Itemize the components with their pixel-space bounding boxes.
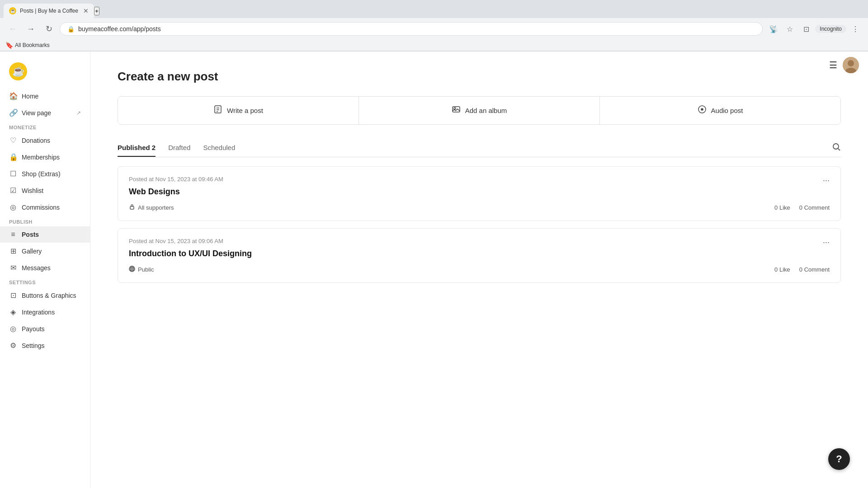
home-icon: 🏠 [9,92,17,100]
add-album-button[interactable]: Add an album [359,97,600,124]
post-stats-2: 0 Like 0 Comment [774,266,830,273]
post-comments-1: 0 Comment [799,204,830,211]
sidebar-label-commissions: Commissions [22,204,60,211]
post-card-2: ··· Posted at Nov 15, 2023 at 09:06 AM I… [118,228,841,283]
avatar-image [843,57,859,73]
post-more-menu-2[interactable]: ··· [819,236,833,249]
tab-scheduled[interactable]: Scheduled [203,139,235,157]
post-access-1: All supporters [129,204,174,211]
commissions-icon: ◎ [9,203,17,211]
sidebar-label-gallery: Gallery [22,248,42,255]
sidebar-item-home[interactable]: 🏠 Home [0,88,90,104]
url-text: buymeacoffee.com/app/posts [78,25,161,33]
sidebar-item-settings[interactable]: ⚙ Settings [0,337,90,354]
sidebar-label-settings: Settings [22,342,45,349]
payouts-icon: ◎ [9,324,17,333]
back-button[interactable]: ← [5,22,20,36]
tab-favicon: ☕ [9,7,16,14]
sidebar-item-donations[interactable]: ♡ Donations [0,132,90,149]
sidebar-item-memberships[interactable]: 🔒 Memberships [0,149,90,165]
address-bar[interactable]: 🔒 buymeacoffee.com/app/posts [60,22,763,36]
sidebar-item-messages[interactable]: ✉ Messages [0,259,90,276]
page-title: Create a new post [118,70,841,84]
tab-title: Posts | Buy Me a Coffee [20,8,80,14]
new-tab-button[interactable]: + [94,7,99,15]
sidebar-label-wishlist: Wishlist [22,187,43,194]
messages-icon: ✉ [9,263,17,272]
forward-button[interactable]: → [24,22,38,36]
browser-tabs: ☕ Posts | Buy Me a Coffee ✕ + [0,0,868,18]
tab-published[interactable]: Published 2 [118,139,156,157]
section-label-publish: PUBLISH [0,216,90,226]
post-footer-1: All supporters 0 Like 0 Comment [129,204,830,211]
svg-rect-13 [130,206,134,209]
tab-published-label: Published 2 [118,144,156,151]
more-menu-button[interactable]: ⋮ [848,22,863,36]
sidebar-item-buttons-graphics[interactable]: ⊡ Buttons & Graphics [0,287,90,304]
write-post-button[interactable]: Write a post [118,97,359,124]
tab-drafted[interactable]: Drafted [168,139,190,157]
sidebar-label-home: Home [22,93,38,100]
browser-chrome: ☕ Posts | Buy Me a Coffee ✕ + ← → ↻ 🔒 bu… [0,0,868,52]
post-meta-1: Posted at Nov 15, 2023 at 09:46 AM [129,176,830,183]
app-container: ☕ 🏠 Home 🔗 View page ↗ MONETIZE ♡ Donati… [0,52,868,488]
view-page-icon: 🔗 [9,108,17,117]
post-access-2: Public [129,266,154,273]
sidebar-item-gallery[interactable]: ⊞ Gallery [0,243,90,259]
sidebar: ☕ 🏠 Home 🔗 View page ↗ MONETIZE ♡ Donati… [0,52,90,488]
sidebar-label-shop-extras: Shop (Extras) [22,170,61,178]
svg-line-12 [838,149,840,150]
post-access-label-2: Public [138,266,154,273]
extensions-button[interactable]: ⊡ [799,22,813,36]
bookmarks-label[interactable]: All Bookmarks [15,42,50,48]
posts-icon: ≡ [9,230,17,239]
post-types-container: Write a post Add an album [118,96,841,125]
audio-post-button[interactable]: Audio post [600,97,840,124]
secure-icon: 🔒 [67,26,75,33]
sidebar-item-shop-extras[interactable]: ☐ Shop (Extras) [0,165,90,182]
sidebar-item-commissions[interactable]: ◎ Commissions [0,199,90,216]
post-likes-2: 0 Like [774,266,790,273]
add-album-icon [452,105,461,116]
buttons-graphics-icon: ⊡ [9,291,17,300]
memberships-icon: 🔒 [9,153,17,161]
bookmarks-bar: 🔖 All Bookmarks [0,40,868,51]
reload-button[interactable]: ↻ [42,22,56,36]
topbar: ☰ [820,52,868,79]
write-post-label: Write a post [227,107,263,114]
post-comments-2: 0 Comment [799,266,830,273]
sidebar-label-memberships: Memberships [22,154,60,161]
sidebar-label-payouts: Payouts [22,325,45,333]
active-tab[interactable]: ☕ Posts | Buy Me a Coffee ✕ [4,4,94,18]
menu-icon[interactable]: ☰ [829,60,837,70]
audio-post-icon [698,105,707,116]
sidebar-item-wishlist[interactable]: ☑ Wishlist [0,182,90,199]
tab-drafted-label: Drafted [168,144,190,151]
close-tab-button[interactable]: ✕ [83,7,89,14]
sidebar-label-view-page: View page [22,109,51,117]
globe-icon [129,266,135,273]
search-icon[interactable] [832,142,841,154]
logo-icon: ☕ [9,62,27,80]
sidebar-item-posts[interactable]: ≡ Posts [0,226,90,243]
audio-post-label: Audio post [711,107,743,114]
user-avatar[interactable] [843,57,859,73]
sidebar-label-messages: Messages [22,264,51,272]
cast-button[interactable]: 📡 [766,22,781,36]
sidebar-item-view-page[interactable]: 🔗 View page ↗ [0,104,90,121]
post-card-1: ··· Posted at Nov 15, 2023 at 09:46 AM W… [118,166,841,221]
svg-rect-7 [453,107,460,112]
integrations-icon: ◈ [9,308,17,316]
sidebar-logo[interactable]: ☕ [0,59,90,88]
wishlist-icon: ☑ [9,186,17,195]
incognito-badge[interactable]: Incognito [815,25,846,33]
sidebar-item-integrations[interactable]: ◈ Integrations [0,304,90,320]
help-button[interactable]: ? [828,448,850,470]
svg-point-11 [833,144,839,149]
post-title-2: Introduction to UX/UI Designing [129,249,830,258]
settings-icon: ⚙ [9,341,17,350]
bookmark-button[interactable]: ☆ [783,22,797,36]
post-more-menu-1[interactable]: ··· [819,174,833,187]
sidebar-item-payouts[interactable]: ◎ Payouts [0,320,90,337]
post-stats-1: 0 Like 0 Comment [774,204,830,211]
